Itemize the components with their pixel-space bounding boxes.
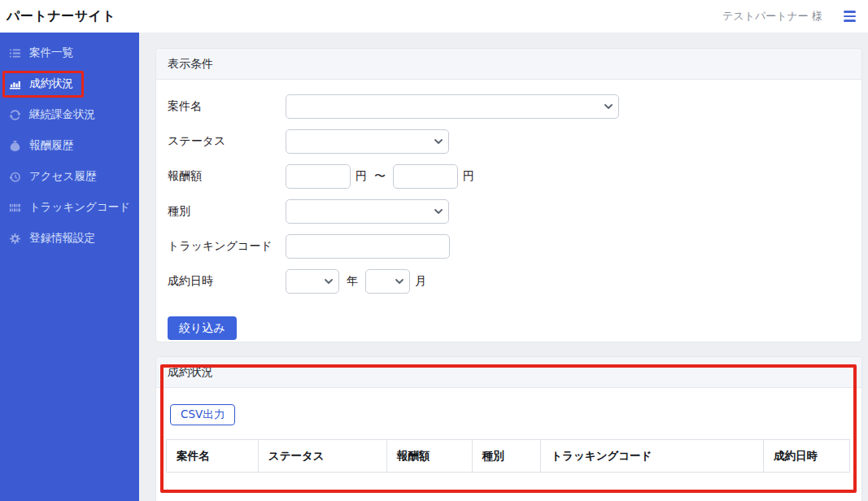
- field-label: 案件名: [168, 99, 286, 114]
- field-label: 成約日時: [168, 274, 286, 289]
- column-header: ステータス: [258, 440, 386, 473]
- results-panel-body: CSV出力 案件名 ステータス 報酬額 種別 トラッキングコード 成約日時: [156, 388, 861, 473]
- app-title: パートナーサイト: [7, 8, 116, 25]
- header-right: テストパートナー 様: [722, 5, 868, 27]
- range-tilde-label: 〜: [374, 169, 386, 184]
- filter-panel: 表示条件 案件名 ステータス 報酬額: [155, 48, 862, 342]
- filter-row-project-name: 案件名: [168, 94, 850, 119]
- filter-row-reward-amount: 報酬額 円 〜 円: [168, 164, 850, 189]
- gear-icon: [8, 233, 22, 245]
- year-unit-label: 年: [347, 274, 358, 289]
- sidebar-item-recurring-billing[interactable]: 継続課金状況: [0, 99, 139, 130]
- column-header: 成約日時: [764, 440, 850, 473]
- csv-export-button[interactable]: CSV出力: [170, 404, 235, 425]
- column-header: トラッキングコード: [541, 440, 764, 473]
- column-header: 案件名: [167, 440, 259, 473]
- filter-submit-button[interactable]: 絞り込み: [168, 316, 237, 340]
- results-table-header-row: 案件名 ステータス 報酬額 種別 トラッキングコード 成約日時: [167, 440, 850, 473]
- sidebar-item-label: 報酬履歴: [29, 138, 73, 153]
- tracking-code-input[interactable]: [286, 234, 450, 259]
- contract-month-select[interactable]: [365, 269, 410, 294]
- sidebar-item-account-settings[interactable]: 登録情報設定: [0, 223, 139, 254]
- sidebar-item-label: 登録情報設定: [29, 231, 95, 246]
- reward-min-input[interactable]: [286, 164, 351, 189]
- filter-panel-header: 表示条件: [156, 49, 861, 80]
- sidebar-item-reward-history[interactable]: 報酬履歴: [0, 130, 139, 161]
- status-select[interactable]: [286, 129, 449, 154]
- yen-unit-label: 円: [355, 169, 367, 184]
- sidebar-item-label: トラッキングコード: [29, 200, 130, 215]
- sidebar-item-access-history[interactable]: アクセス履歴: [0, 161, 139, 192]
- list-icon: [8, 47, 22, 59]
- bar-chart-icon: [8, 78, 22, 90]
- menu-toggle-button[interactable]: [840, 5, 860, 27]
- field-label: トラッキングコード: [168, 239, 286, 254]
- hamburger-icon: [844, 11, 856, 21]
- column-header: 報酬額: [386, 440, 472, 473]
- field-label: ステータス: [168, 134, 286, 149]
- month-unit-label: 月: [415, 274, 426, 289]
- money-bag-icon: [8, 140, 22, 152]
- sidebar-item-contract-status[interactable]: 成約状況: [0, 68, 139, 99]
- filter-panel-title: 表示条件: [168, 57, 213, 72]
- field-label: 種別: [168, 204, 286, 219]
- type-select[interactable]: [286, 199, 449, 224]
- main-content: 表示条件 案件名 ステータス 報酬額: [139, 33, 868, 501]
- barcode-icon: [8, 202, 22, 214]
- yen-unit-label: 円: [463, 169, 474, 184]
- filter-row-type: 種別: [168, 199, 850, 224]
- results-table: 案件名 ステータス 報酬額 種別 トラッキングコード 成約日時: [166, 439, 850, 473]
- sidebar-item-tracking-code[interactable]: トラッキングコード: [0, 192, 139, 223]
- sidebar-item-label: 案件一覧: [29, 46, 73, 60]
- results-panel-header: 成約状況: [156, 357, 861, 388]
- results-panel-title: 成約状況: [168, 365, 213, 380]
- sidebar-item-label: 成約状況: [29, 76, 73, 91]
- filter-row-tracking-code: トラッキングコード: [168, 234, 850, 259]
- column-header: 種別: [472, 440, 541, 473]
- contract-year-select[interactable]: [286, 269, 339, 294]
- user-name: テストパートナー 様: [722, 9, 822, 24]
- filter-row-contract-date: 成約日時 年 月: [168, 269, 850, 294]
- sidebar-item-case-list[interactable]: 案件一覧: [0, 37, 139, 68]
- sidebar-item-label: アクセス履歴: [29, 169, 96, 184]
- top-header: パートナーサイト テストパートナー 様: [0, 0, 868, 33]
- history-clock-icon: [8, 171, 22, 183]
- project-name-select[interactable]: [286, 94, 619, 119]
- sidebar-item-label: 継続課金状況: [29, 107, 95, 122]
- results-panel: 成約状況 CSV出力 案件名 ステータス 報酬額 種別 トラッキングコード 成約…: [155, 356, 862, 501]
- filter-row-status: ステータス: [168, 129, 850, 154]
- field-label: 報酬額: [168, 169, 286, 184]
- reward-max-input[interactable]: [393, 164, 458, 189]
- filter-panel-body: 案件名 ステータス 報酬額 円: [156, 80, 861, 340]
- sync-icon: [8, 109, 22, 121]
- sidebar: 案件一覧 成約状況 継続課金状況 報酬履歴 アクセス履歴 トラッキングコード: [0, 33, 139, 501]
